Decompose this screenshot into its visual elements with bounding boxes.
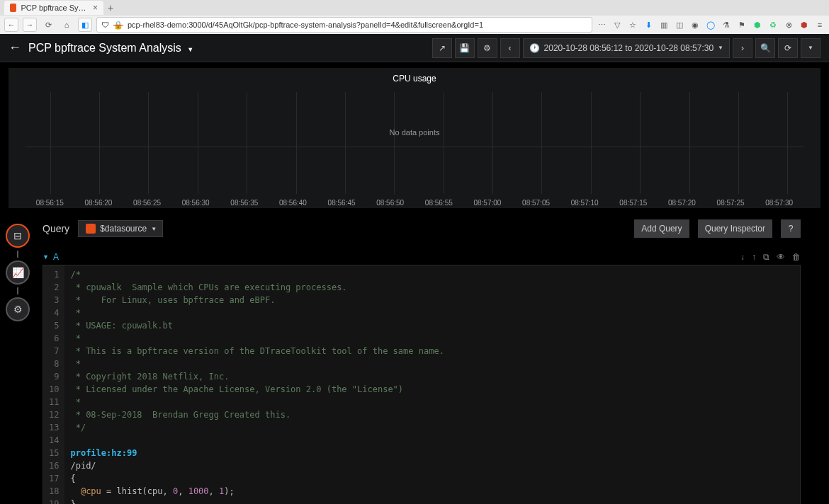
row-collapse-icon[interactable]: ▼ — [43, 253, 49, 260]
dashboard-title-text: PCP bpftrace System Analysis — [28, 42, 181, 54]
url-text: pcp-rhel83-demo:3000/d/45AqOltGk/pcp-bpf… — [128, 21, 483, 29]
grafana-header: ← PCP bpftrace System Analysis ▼ ↗ 💾 ⚙ ‹… — [0, 34, 829, 62]
x-tick: 08:56:15 — [26, 199, 74, 207]
ext2-icon[interactable]: ⚗ — [721, 20, 731, 30]
ext7-icon[interactable]: ⬢ — [799, 20, 809, 30]
url-bar: ← → ⟳ ⌂ ◧ 🛡 🔒 pcp-rhel83-demo:3000/d/45A… — [0, 16, 829, 34]
pocket-icon[interactable]: ▽ — [612, 20, 622, 30]
x-tick: 08:56:20 — [74, 199, 123, 207]
queries-tab-icon[interactable]: ⊟ — [6, 224, 30, 248]
x-axis: 08:56:1508:56:2008:56:2508:56:3008:56:35… — [26, 199, 803, 207]
ext5-icon[interactable]: ♻ — [768, 20, 778, 30]
x-tick: 08:57:20 — [658, 199, 706, 207]
query-inspector-button[interactable]: Query Inspector — [698, 219, 772, 238]
remove-query-icon[interactable]: 🗑 — [792, 252, 801, 262]
panel-cpu-usage: CPU usage No data points 08:56:1508:56:2… — [9, 68, 820, 208]
datasource-value: $datasource — [100, 224, 147, 234]
query-help-button[interactable]: ? — [781, 219, 801, 238]
time-forward-button[interactable]: › — [733, 38, 752, 58]
refresh-button[interactable]: ⟳ — [778, 38, 798, 58]
save-button[interactable]: 💾 — [455, 38, 475, 58]
x-tick: 08:56:45 — [317, 199, 366, 207]
no-data-text: No data points — [390, 128, 440, 137]
duplicate-icon[interactable]: ⧉ — [763, 252, 769, 262]
time-back-button[interactable]: ‹ — [500, 38, 520, 58]
tab-close-icon[interactable]: × — [93, 3, 98, 13]
library-icon[interactable]: ▥ — [659, 20, 669, 30]
add-query-button[interactable]: Add Query — [634, 219, 689, 238]
query-label: Query — [43, 223, 69, 234]
ext3-icon[interactable]: ⚑ — [737, 20, 747, 30]
new-tab-button[interactable]: + — [103, 2, 118, 13]
code-editor[interactable]: 12345678910111213141516171819 /* * cpuwa… — [43, 265, 801, 504]
container-icon[interactable]: ◧ — [78, 18, 92, 32]
chevron-down-icon: ▼ — [187, 46, 193, 53]
panel-body[interactable]: No data points 08:56:1508:56:2008:56:250… — [11, 86, 818, 207]
ext4-icon[interactable]: ⬢ — [752, 20, 762, 30]
query-header: Query $datasource ▼ Add Query Query Insp… — [43, 214, 801, 244]
chevron-down-icon: ▼ — [151, 226, 157, 232]
sidebar-icon[interactable]: ◫ — [675, 20, 684, 30]
tab-title: PCP bpftrace System An — [21, 4, 89, 12]
x-tick: 08:57:00 — [463, 199, 512, 207]
move-up-icon[interactable]: ↑ — [752, 252, 756, 262]
visualization-tab-icon[interactable]: 📈 — [6, 260, 30, 285]
browser-chrome: PCP bpftrace System An × + ← → ⟳ ⌂ ◧ 🛡 🔒… — [0, 0, 829, 34]
move-down-icon[interactable]: ↓ — [740, 252, 745, 262]
menu-icon[interactable]: ≡ — [815, 20, 825, 30]
x-tick: 08:57:25 — [706, 199, 755, 207]
x-tick: 08:57:10 — [560, 199, 609, 207]
browser-tab[interactable]: PCP bpftrace System An × — [4, 1, 103, 15]
home-button[interactable]: ⌂ — [60, 18, 74, 32]
query-row-id: A — [53, 252, 59, 262]
dashboard-title[interactable]: PCP bpftrace System Analysis ▼ — [28, 42, 425, 55]
editor-gutter: 12345678910111213141516171819 — [43, 265, 64, 504]
refresh-interval-button[interactable]: ▼ — [801, 38, 820, 58]
x-tick: 08:56:50 — [366, 199, 414, 207]
ext6-icon[interactable]: ⊗ — [784, 20, 794, 30]
x-tick: 08:56:40 — [269, 199, 317, 207]
toggle-visibility-icon[interactable]: 👁 — [777, 252, 785, 262]
query-area: ⊟ 📈 ⚙ Query $datasource ▼ Add Query Quer… — [0, 214, 829, 504]
settings-button[interactable]: ⚙ — [478, 38, 497, 58]
x-tick: 08:56:25 — [123, 199, 171, 207]
query-row-a: ▼ A ↓ ↑ ⧉ 👁 🗑 12345678910111213141516171… — [43, 249, 801, 504]
share-button[interactable]: ↗ — [432, 38, 452, 58]
ext1-icon[interactable]: ◯ — [706, 20, 716, 30]
datasource-picker[interactable]: $datasource ▼ — [78, 220, 163, 237]
x-tick: 08:57:15 — [609, 199, 658, 207]
forward-button[interactable]: → — [23, 18, 37, 32]
datasource-icon — [86, 224, 96, 234]
time-range-text: 2020-10-28 08:56:12 to 2020-10-28 08:57:… — [544, 43, 714, 53]
time-range-picker[interactable]: 🕐 2020-10-28 08:56:12 to 2020-10-28 08:5… — [523, 38, 730, 58]
panel-title: CPU usage — [11, 71, 818, 86]
chevron-down-icon: ▼ — [718, 45, 723, 51]
x-tick: 08:56:55 — [414, 199, 463, 207]
x-tick: 08:57:30 — [755, 199, 803, 207]
editor-side-rail: ⊟ 📈 ⚙ — [6, 224, 30, 321]
more-icon[interactable]: ⋯ — [597, 20, 607, 30]
general-tab-icon[interactable]: ⚙ — [6, 297, 30, 321]
tab-favicon-icon — [10, 4, 16, 12]
account-icon[interactable]: ◉ — [690, 20, 700, 30]
editor-code[interactable]: /* * cpuwalk Sample which CPUs are execu… — [64, 265, 800, 504]
clock-icon: 🕐 — [529, 43, 540, 53]
tab-bar: PCP bpftrace System An × + — [0, 0, 829, 16]
download-icon[interactable]: ⬇ — [643, 20, 653, 30]
url-field[interactable]: 🛡 🔒 pcp-rhel83-demo:3000/d/45AqOltGk/pcp… — [96, 17, 592, 33]
star-icon[interactable]: ☆ — [628, 20, 638, 30]
back-arrow-icon[interactable]: ← — [9, 40, 21, 55]
lock-icon: 🔒 — [113, 21, 123, 30]
back-button[interactable]: ← — [4, 18, 18, 32]
zoom-button[interactable]: 🔍 — [755, 38, 775, 58]
x-tick: 08:56:30 — [171, 199, 220, 207]
reload-button[interactable]: ⟳ — [41, 18, 55, 32]
x-tick: 08:57:05 — [512, 199, 560, 207]
shield-icon: 🛡 — [101, 21, 109, 29]
x-tick: 08:56:35 — [220, 199, 269, 207]
